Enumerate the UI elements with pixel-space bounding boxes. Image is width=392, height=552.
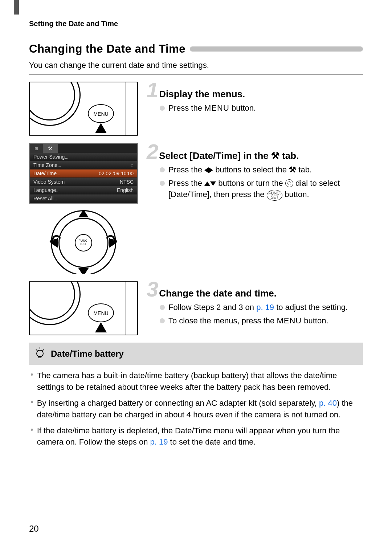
lcd-menu-screenshot: ◙ ⚒ Power Saving Time Zone⌂ Date/Time02.…	[29, 143, 138, 204]
camera-menu-illustration: MENU	[29, 82, 138, 136]
press-arrow-icon	[95, 322, 107, 332]
camera-menu-illustration: MENU	[29, 281, 138, 335]
step-2-bullet-2: Press the buttons or turn the dial to se…	[160, 178, 363, 201]
step-2-bullet-1: Press the buttons to select the ⚒ tab.	[160, 164, 363, 176]
tools-icon: ⚒	[48, 146, 53, 151]
home-icon: ⌂	[131, 162, 134, 168]
value: English	[117, 187, 134, 193]
bullet-icon: •	[30, 425, 33, 448]
right-arrow-icon	[109, 238, 117, 248]
page-ref-link[interactable]: p. 19	[150, 437, 168, 446]
press-arrow-icon	[95, 123, 107, 133]
step-number: 2	[147, 143, 158, 160]
info-box-header: Date/Time battery	[29, 343, 363, 365]
label: Power Saving	[33, 154, 68, 160]
text: button.	[302, 316, 328, 325]
svg-point-0	[37, 350, 43, 357]
label: Time Zone	[33, 162, 61, 168]
tools-icon: ⚒	[289, 165, 296, 174]
step-title: Change the date and time.	[159, 288, 277, 299]
step-number: 3	[147, 281, 158, 298]
down-arrow-icon	[210, 181, 216, 186]
step-title: Select [Date/Time] in the ⚒ tab.	[159, 150, 299, 161]
text: buttons to select the	[213, 165, 289, 174]
step-number: 1	[147, 82, 158, 98]
right-arrow-icon	[209, 167, 213, 173]
intro-text: You can change the current date and time…	[29, 61, 363, 70]
lightbulb-icon	[35, 346, 45, 361]
page-ref-link[interactable]: p. 19	[256, 303, 274, 312]
lcd-row-video-system: Video SystemNTSC	[30, 178, 137, 186]
step-3-bullet-1: Follow Steps 2 and 3 on p. 19 to adjust …	[160, 302, 363, 313]
running-header: Setting the Date and Time	[29, 20, 363, 28]
text: tab.	[279, 150, 299, 161]
section-title-row: Changing the Date and Time	[29, 42, 363, 56]
text: buttons or turn the	[216, 179, 285, 188]
func-set-button: FUNC. SET	[75, 234, 92, 252]
step-2: ◙ ⚒ Power Saving Time Zone⌂ Date/Time02.…	[29, 143, 363, 274]
section-title: Changing the Date and Time	[29, 42, 185, 56]
control-dial-illustration: FUNC. SET ↶ ↶	[29, 210, 138, 274]
step-3-bullet-2: To close the menus, press the MENU butto…	[160, 315, 363, 327]
bullet-icon	[160, 305, 165, 310]
text: Follow Steps 2 and 3 on	[168, 303, 256, 312]
text: By inserting a charged battery or connec…	[37, 398, 319, 408]
text: tab.	[296, 165, 312, 174]
lcd-tab-tools: ⚒	[43, 144, 58, 153]
title-bar	[190, 46, 363, 52]
bullet-icon	[160, 167, 165, 172]
step-title: Display the menus.	[159, 89, 245, 100]
page-number: 20	[29, 524, 39, 534]
info-item: • If the date/time battery is depleted, …	[30, 425, 362, 448]
value: NTSC	[120, 179, 134, 185]
bullet-icon: •	[30, 370, 33, 393]
info-item: • By inserting a charged battery or conn…	[30, 397, 362, 421]
menu-word: MENU	[204, 103, 229, 113]
bullet-icon: •	[30, 397, 33, 421]
lcd-tab-camera: ◙	[30, 144, 43, 153]
down-arrow-icon	[78, 268, 89, 274]
text: button.	[282, 190, 309, 199]
bullet-icon	[160, 106, 165, 111]
text: Select [Date/Time] in the	[159, 150, 271, 161]
text: to adjust the setting.	[274, 303, 348, 312]
info-item: • The camera has a built-in date/time ba…	[30, 370, 362, 393]
label: Video System	[33, 179, 65, 185]
func-set-icon: FUNC.SET	[267, 190, 283, 201]
left-arrow-icon	[50, 238, 58, 248]
bullet-icon	[160, 318, 165, 323]
side-tab	[14, 0, 19, 15]
menu-button-label: MENU	[88, 303, 114, 322]
bullet-icon	[160, 181, 165, 186]
label: Language	[33, 187, 60, 193]
value: 02.02.'09 10:00	[99, 171, 134, 176]
tools-icon: ⚒	[271, 150, 279, 161]
page-ref-link[interactable]: p. 40	[319, 398, 337, 408]
step-3: MENU 3 Change the date and time. Follow …	[29, 281, 363, 335]
menu-button-label: MENU	[88, 104, 114, 123]
left-arrow-icon	[204, 167, 209, 173]
lcd-row-power-saving: Power Saving	[30, 153, 137, 161]
menu-word: MENU	[277, 316, 302, 325]
text: To close the menus, press the	[168, 316, 277, 325]
lcd-row-date-time: Date/Time02.02.'09 10:00	[30, 169, 137, 178]
camera-icon: ◙	[35, 146, 38, 151]
lcd-row-reset-all: Reset All	[30, 195, 137, 203]
text: Press the	[168, 179, 204, 188]
dial-icon	[285, 179, 293, 187]
set-label: SET	[75, 242, 91, 246]
divider	[29, 74, 363, 75]
lcd-row-language: LanguageEnglish	[30, 186, 137, 195]
svg-line-3	[36, 349, 37, 351]
text: Press the	[168, 103, 204, 113]
text: The camera has a built-in date/time batt…	[37, 370, 362, 393]
step-1: MENU 1 Display the menus. Press the MENU…	[29, 82, 363, 136]
label: Date/Time	[33, 171, 60, 176]
text: Press the	[168, 165, 204, 174]
up-arrow-icon	[78, 210, 89, 217]
up-arrow-icon	[204, 181, 210, 186]
info-title: Date/Time battery	[51, 349, 124, 359]
text: to set the date and time.	[168, 437, 256, 446]
lcd-row-time-zone: Time Zone⌂	[30, 161, 137, 169]
label: Reset All	[33, 196, 57, 201]
